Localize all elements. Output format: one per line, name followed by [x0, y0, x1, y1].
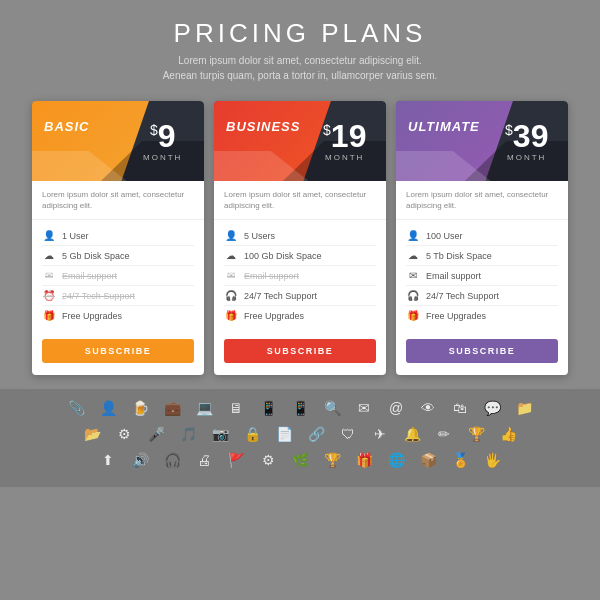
- icon-cup: 🏆: [323, 451, 341, 469]
- icon-plane: ✈: [371, 425, 389, 443]
- icon-phone: 📱: [291, 399, 309, 417]
- icon-trophy: 🏆: [467, 425, 485, 443]
- plan-features-business: 👤5 Users ☁100 Gb Disk Space ✉Email suppo…: [214, 220, 386, 331]
- icon-eye: 👁: [419, 399, 437, 417]
- icon-search: 🔍: [323, 399, 341, 417]
- feature-business-0: 👤5 Users: [224, 226, 376, 246]
- plan-period-basic: MONTH: [143, 153, 182, 162]
- feature-icon-ultimate-2: ✉: [406, 270, 420, 281]
- icon-folder: 📁: [515, 399, 533, 417]
- icon-link: 🔗: [307, 425, 325, 443]
- icon-gift: 🎁: [355, 451, 373, 469]
- icon-music: 🎵: [179, 425, 197, 443]
- icon-briefcase: 💼: [163, 399, 181, 417]
- icon-tablet: 📱: [259, 399, 277, 417]
- icons-row-2: 📂 ⚙ 🎤 🎵 📷 🔒 📄 🔗 🛡 ✈ 🔔 ✏ 🏆 👍: [16, 425, 584, 443]
- feature-icon-basic-2: ✉: [42, 270, 56, 281]
- plan-price-basic: $9: [150, 120, 176, 152]
- icon-globe: 🌐: [387, 451, 405, 469]
- feature-business-2: ✉Email support: [224, 266, 376, 286]
- icon-bag: 🛍: [451, 399, 469, 417]
- feature-business-4: 🎁Free Upgrades: [224, 306, 376, 325]
- icon-beer: 🍺: [131, 399, 149, 417]
- icon-paperclip: 📎: [67, 399, 85, 417]
- icon-doc: 📄: [275, 425, 293, 443]
- feature-icon-business-2: ✉: [224, 270, 238, 281]
- plan-btn-wrapper-basic: SUBSCRIBE: [32, 331, 204, 375]
- subscribe-button-basic[interactable]: SUBSCRIBE: [42, 339, 194, 363]
- plan-period-business: MONTH: [325, 153, 364, 162]
- icon-print: 🖨: [195, 451, 213, 469]
- feature-ultimate-1: ☁5 Tb Disk Space: [406, 246, 558, 266]
- feature-business-1: ☁100 Gb Disk Space: [224, 246, 376, 266]
- feature-icon-business-4: 🎁: [224, 310, 238, 321]
- plan-header-business: BUSINESS $19 MONTH: [214, 101, 386, 181]
- feature-icon-basic-3: ⏰: [42, 290, 56, 301]
- plan-period-ultimate: MONTH: [507, 153, 546, 162]
- feature-icon-ultimate-3: 🎧: [406, 290, 420, 301]
- icon-laptop: 💻: [195, 399, 213, 417]
- plan-name-basic: BASIC: [44, 119, 89, 134]
- feature-ultimate-2: ✉Email support: [406, 266, 558, 286]
- icon-pencil: ✏: [435, 425, 453, 443]
- icon-hand: 🖐: [483, 451, 501, 469]
- icon-settings: ⚙: [115, 425, 133, 443]
- icons-section: 📎 👤 🍺 💼 💻 🖥 📱 📱 🔍 ✉ @ 👁 🛍 💬 📁 📂 ⚙ 🎤 🎵 📷 …: [0, 389, 600, 487]
- page: PRICING PLANS Lorem ipsum dolor sit amet…: [0, 0, 600, 487]
- feature-icon-ultimate-0: 👤: [406, 230, 420, 241]
- feature-icon-basic-0: 👤: [42, 230, 56, 241]
- plan-card-business: BUSINESS $19 MONTH Lorem ipsum dolor sit…: [214, 101, 386, 375]
- icon-camera: 📷: [211, 425, 229, 443]
- plan-features-basic: 👤1 User ☁5 Gb Disk Space ✉Email support …: [32, 220, 204, 331]
- icons-row-1: 📎 👤 🍺 💼 💻 🖥 📱 📱 🔍 ✉ @ 👁 🛍 💬 📁: [16, 399, 584, 417]
- icon-chat: 💬: [483, 399, 501, 417]
- feature-basic-4: 🎁Free Upgrades: [42, 306, 194, 325]
- feature-business-3: 🎧24/7 Tech Support: [224, 286, 376, 306]
- feature-basic-0: 👤1 User: [42, 226, 194, 246]
- plan-price-section-basic: $9 MONTH: [121, 101, 204, 181]
- plan-desc-ultimate: Lorem ipsum dolor sit amet, consectetur …: [396, 181, 568, 220]
- plan-btn-wrapper-ultimate: SUBSCRIBE: [396, 331, 568, 375]
- icon-shield: 🛡: [339, 425, 357, 443]
- page-title: PRICING PLANS: [0, 18, 600, 49]
- plan-btn-wrapper-business: SUBSCRIBE: [214, 331, 386, 375]
- feature-ultimate-0: 👤100 User: [406, 226, 558, 246]
- icon-gear: ⚙: [259, 451, 277, 469]
- feature-icon-basic-1: ☁: [42, 250, 56, 261]
- plan-header-basic: BASIC $9 MONTH: [32, 101, 204, 181]
- plans-container: BASIC $9 MONTH Lorem ipsum dolor sit ame…: [0, 91, 600, 375]
- plan-card-basic: BASIC $9 MONTH Lorem ipsum dolor sit ame…: [32, 101, 204, 375]
- icon-flag: 🚩: [227, 451, 245, 469]
- subscribe-button-ultimate[interactable]: SUBSCRIBE: [406, 339, 558, 363]
- header-section: PRICING PLANS Lorem ipsum dolor sit amet…: [0, 0, 600, 91]
- feature-ultimate-4: 🎁Free Upgrades: [406, 306, 558, 325]
- icon-upload: ⬆: [99, 451, 117, 469]
- icon-medal: 🏅: [451, 451, 469, 469]
- icon-share: 🔊: [131, 451, 149, 469]
- plan-card-ultimate: ULTIMATE $39 MONTH Lorem ipsum dolor sit…: [396, 101, 568, 375]
- icon-mic: 🎤: [147, 425, 165, 443]
- plan-features-ultimate: 👤100 User ☁5 Tb Disk Space ✉Email suppor…: [396, 220, 568, 331]
- feature-basic-3: ⏰24/7 Tech Support: [42, 286, 194, 306]
- plan-desc-business: Lorem ipsum dolor sit amet, consectetur …: [214, 181, 386, 220]
- plan-desc-basic: Lorem ipsum dolor sit amet, consectetur …: [32, 181, 204, 220]
- feature-basic-1: ☁5 Gb Disk Space: [42, 246, 194, 266]
- icon-headphones: 🎧: [163, 451, 181, 469]
- icon-thumbsup: 👍: [499, 425, 517, 443]
- icon-package: 📦: [419, 451, 437, 469]
- feature-icon-ultimate-4: 🎁: [406, 310, 420, 321]
- icon-leaf: 🌿: [291, 451, 309, 469]
- icon-folder2: 📂: [83, 425, 101, 443]
- icon-monitor: 🖥: [227, 399, 245, 417]
- feature-icon-business-1: ☁: [224, 250, 238, 261]
- plan-price-section-business: $19 MONTH: [303, 101, 386, 181]
- feature-icon-business-3: 🎧: [224, 290, 238, 301]
- page-subtitle: Lorem ipsum dolor sit amet, consectetur …: [0, 53, 600, 83]
- icon-bell: 🔔: [403, 425, 421, 443]
- feature-icon-basic-4: 🎁: [42, 310, 56, 321]
- plan-name-ultimate: ULTIMATE: [408, 119, 480, 134]
- plan-header-ultimate: ULTIMATE $39 MONTH: [396, 101, 568, 181]
- icon-lock: 🔒: [243, 425, 261, 443]
- subscribe-button-business[interactable]: SUBSCRIBE: [224, 339, 376, 363]
- icons-row-3: ⬆ 🔊 🎧 🖨 🚩 ⚙ 🌿 🏆 🎁 🌐 📦 🏅 🖐: [16, 451, 584, 469]
